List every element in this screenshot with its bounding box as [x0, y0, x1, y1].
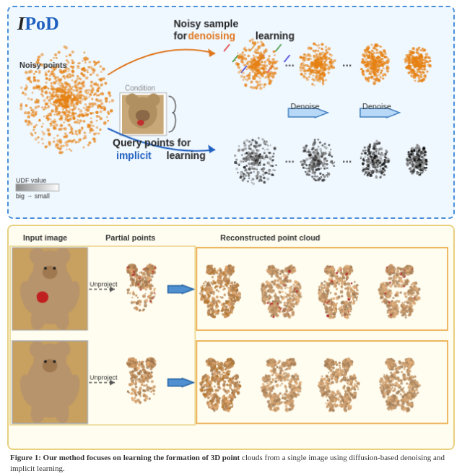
- ipod-title: IPoD: [17, 14, 59, 33]
- figure-caption: Figure 1: Our method focuses on learning…: [7, 450, 455, 473]
- bottom-diagram-section: [7, 225, 455, 450]
- main-container: IPoD Figure 1: Our method focuses on lea…: [0, 0, 462, 476]
- top-diagram-canvas: [9, 7, 453, 217]
- bottom-diagram-canvas: [9, 226, 453, 449]
- top-diagram-section: IPoD: [7, 6, 455, 219]
